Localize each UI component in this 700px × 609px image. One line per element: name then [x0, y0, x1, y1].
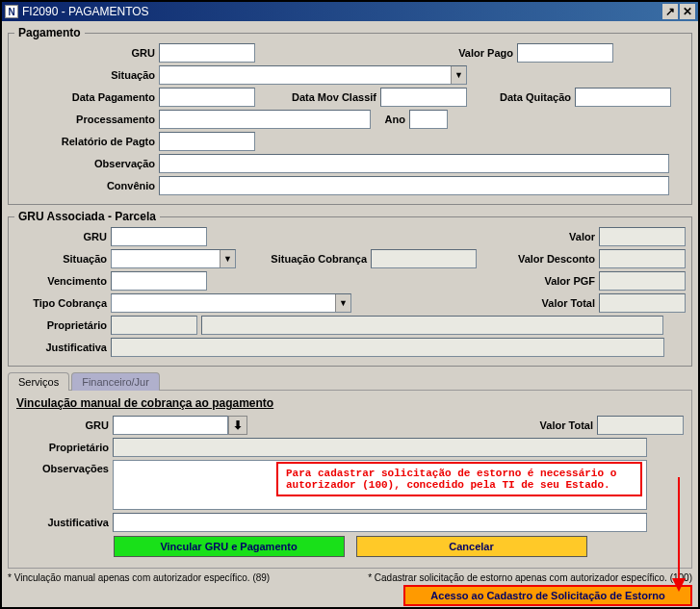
acesso-estorno-button[interactable]: Acesso ao Cadastro de Solicitação de Est…	[403, 585, 692, 606]
titlebar: N FI2090 - PAGAMENTOS ↗ ✕	[2, 2, 698, 21]
footnote-left: * Vinculação manual apenas com autorizad…	[8, 572, 346, 583]
tab-servicos[interactable]: Serviços	[8, 372, 69, 391]
label-processamento: Processamento	[14, 114, 159, 125]
label-valor-desconto: Valor Desconto	[503, 253, 599, 265]
input-valor-pgf	[599, 271, 686, 291]
window: N FI2090 - PAGAMENTOS ↗ ✕ Pagamento GRU …	[0, 0, 700, 609]
chevron-down-icon: ▼	[335, 294, 350, 312]
fieldset-pagamento: Pagamento GRU Valor Pago Situação ▼ Data…	[8, 26, 692, 205]
form-body: Pagamento GRU Valor Pago Situação ▼ Data…	[2, 21, 698, 607]
input-data-pagamento[interactable]	[159, 88, 255, 107]
label-tipo-cobranca: Tipo Cobrança	[14, 297, 111, 309]
input-justificativa	[111, 338, 664, 357]
input-valor-pago[interactable]	[517, 43, 613, 63]
input-situacao-cobranca	[371, 249, 477, 268]
chevron-down-icon: ▼	[451, 66, 466, 84]
vincular-button[interactable]: Vincular GRU e Pagamento	[114, 536, 345, 557]
input-vinc-valor-total	[597, 416, 684, 435]
select-situacao[interactable]: ▼	[159, 65, 467, 85]
input-observacao[interactable]	[159, 154, 669, 173]
input-assoc-gru[interactable]	[111, 227, 207, 246]
maximize-button[interactable]: ↗	[662, 4, 678, 19]
label-data-pagamento: Data Pagamento	[14, 91, 159, 103]
label-data-mov-classif: Data Mov Classif	[255, 91, 380, 103]
label-vencimento: Vencimento	[14, 275, 111, 287]
label-vinc-proprietario: Proprietário	[16, 442, 113, 453]
vinculacao-heading: Vinculação manual de cobrança ao pagamen…	[16, 396, 684, 410]
input-assoc-valor-total	[599, 293, 686, 313]
label-justificativa: Justificativa	[14, 342, 111, 353]
label-valor-pago: Valor Pago	[421, 47, 517, 59]
legend-gru-associada: GRU Associada - Parcela	[14, 210, 160, 223]
label-assoc-gru: GRU	[14, 231, 111, 242]
tab-content-servicos: Vinculação manual de cobrança ao pagamen…	[8, 391, 692, 569]
input-vinc-justificativa[interactable]	[113, 513, 647, 532]
select-assoc-situacao[interactable]: ▼	[111, 249, 236, 268]
input-vinc-proprietario	[113, 438, 647, 457]
label-vinc-valor-total: Valor Total	[501, 419, 597, 431]
input-processamento[interactable]	[159, 110, 371, 129]
label-vinc-observacoes: Observações	[16, 460, 113, 474]
label-data-quitacao: Data Quitação	[479, 91, 575, 103]
window-title: FI2090 - PAGAMENTOS	[22, 5, 149, 18]
close-button[interactable]: ✕	[680, 4, 695, 19]
cancelar-button[interactable]: Cancelar	[356, 536, 587, 557]
input-assoc-valor	[599, 227, 686, 246]
label-gru: GRU	[14, 47, 159, 59]
footnote-right: * Cadastrar solicitação de estorno apena…	[355, 572, 692, 583]
download-icon: ⬇	[233, 419, 243, 432]
label-situacao: Situação	[14, 69, 159, 81]
input-vinc-gru[interactable]	[113, 416, 228, 435]
label-assoc-situacao: Situação	[14, 253, 111, 265]
label-vinc-justificativa: Justificativa	[16, 517, 113, 528]
select-tipo-cobranca[interactable]: ▼	[111, 293, 351, 313]
label-valor-total: Valor Total	[503, 297, 599, 309]
fieldset-gru-associada: GRU Associada - Parcela GRU Valor Situaç…	[8, 210, 692, 367]
app-icon: N	[5, 5, 18, 18]
label-ano: Ano	[371, 114, 409, 125]
chevron-down-icon: ▼	[220, 250, 235, 267]
label-vinc-gru: GRU	[16, 419, 113, 431]
label-proprietario: Proprietário	[14, 319, 111, 331]
search-button[interactable]: ⬇	[228, 416, 247, 435]
label-situacao-cobranca: Situação Cobrança	[236, 253, 371, 265]
input-relatorio[interactable]	[159, 132, 255, 151]
input-convenio[interactable]	[159, 176, 669, 195]
input-proprietario-code	[111, 316, 197, 335]
input-data-mov-classif[interactable]	[380, 88, 467, 107]
tab-strip: Serviços Financeiro/Jur	[8, 371, 692, 391]
input-gru[interactable]	[159, 43, 255, 63]
label-relatorio: Relatório de Pagto	[14, 136, 159, 147]
input-vencimento[interactable]	[111, 271, 207, 291]
label-valor-pgf: Valor PGF	[503, 275, 599, 287]
label-convenio: Convênio	[14, 180, 159, 191]
textarea-observacoes[interactable]	[113, 460, 647, 510]
input-proprietario-name	[201, 316, 663, 335]
legend-pagamento: Pagamento	[14, 26, 85, 39]
input-ano[interactable]	[409, 110, 448, 129]
input-valor-desconto	[599, 249, 686, 268]
label-observacao: Observação	[14, 158, 159, 169]
tab-financeiro[interactable]: Financeiro/Jur	[71, 372, 160, 391]
label-assoc-valor: Valor	[503, 231, 599, 242]
input-data-quitacao[interactable]	[575, 88, 671, 107]
